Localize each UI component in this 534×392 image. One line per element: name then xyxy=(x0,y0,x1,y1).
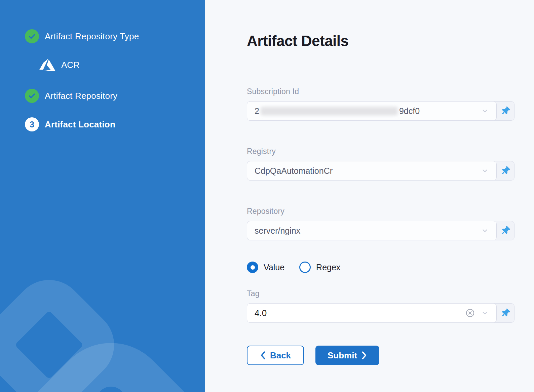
repository-value: server/nginx xyxy=(255,226,300,236)
artifact-wizard-window: Artifact Repository Type ACR Artifact Re… xyxy=(0,0,534,392)
back-button[interactable]: Back xyxy=(247,346,304,365)
pushpin-icon xyxy=(501,107,510,115)
repository-label: Repository xyxy=(247,207,514,216)
chevron-down-icon xyxy=(481,167,489,175)
radio-dot xyxy=(299,262,311,273)
registry-field-group: Registry CdpQaAutomationCr xyxy=(247,147,514,181)
circle-x-icon xyxy=(465,308,475,318)
step-label: Artifact Location xyxy=(45,119,115,130)
tag-pin-button[interactable] xyxy=(497,304,514,322)
registry-dropdown-toggle[interactable] xyxy=(481,167,489,175)
wizard-actions: Back Submit xyxy=(247,346,514,365)
radio-dot xyxy=(247,262,258,273)
check-icon xyxy=(28,92,36,100)
subscription-id-select[interactable]: 2 9dcf0 xyxy=(247,101,514,121)
registry-value: CdpQaAutomationCr xyxy=(255,166,333,176)
tag-field-group: Tag xyxy=(247,289,514,323)
azure-icon xyxy=(38,57,56,73)
repository-pin-button[interactable] xyxy=(497,221,514,240)
pushpin-icon xyxy=(501,226,510,235)
tag-input[interactable] xyxy=(255,308,465,318)
subscription-id-field-group: Subscription Id 2 9dcf0 xyxy=(247,87,514,121)
subscription-id-label: Subscription Id xyxy=(247,87,514,96)
radio-option-regex[interactable]: Regex xyxy=(299,262,340,273)
repository-field-group: Repository server/nginx xyxy=(247,207,514,240)
registry-pin-button[interactable] xyxy=(497,161,514,180)
step-complete-badge xyxy=(25,29,39,43)
registry-label: Registry xyxy=(247,147,514,156)
chevron-right-icon xyxy=(361,351,367,359)
subscription-dropdown-toggle[interactable] xyxy=(481,107,489,115)
subscription-id-value-prefix: 2 xyxy=(255,106,259,116)
selected-artifact-type: ACR xyxy=(38,57,205,73)
radio-label: Regex xyxy=(316,263,340,272)
sidebar-step-artifact-repository[interactable]: Artifact Repository xyxy=(25,89,205,103)
wizard-sidebar: Artifact Repository Type ACR Artifact Re… xyxy=(0,0,205,392)
pushpin-icon xyxy=(501,166,510,175)
step-label: Artifact Repository xyxy=(45,91,117,101)
submit-button-label: Submit xyxy=(328,350,357,361)
tag-clear-button[interactable] xyxy=(465,308,475,318)
submit-button[interactable]: Submit xyxy=(315,346,379,365)
back-button-label: Back xyxy=(270,350,291,361)
repository-value-area[interactable]: server/nginx xyxy=(247,221,497,240)
chevron-down-icon xyxy=(481,227,489,235)
tag-dropdown-toggle[interactable] xyxy=(481,309,489,317)
artifact-details-panel: Artifact Details Subscription Id 2 9dcf0 xyxy=(205,0,534,392)
artifact-details-form: Subscription Id 2 9dcf0 xyxy=(247,87,514,365)
chevron-down-icon xyxy=(481,309,489,317)
repository-select[interactable]: server/nginx xyxy=(247,221,514,240)
registry-value-area[interactable]: CdpQaAutomationCr xyxy=(247,161,497,181)
subscription-id-value-area[interactable]: 2 9dcf0 xyxy=(247,101,497,121)
tag-match-type-radios: Value Regex xyxy=(247,262,514,273)
selected-artifact-type-label: ACR xyxy=(61,60,80,70)
radio-label: Value xyxy=(264,263,284,272)
sidebar-step-artifact-location[interactable]: 3 Artifact Location xyxy=(25,117,205,131)
redacted-subscription-value xyxy=(261,107,398,115)
radio-option-value[interactable]: Value xyxy=(247,262,284,273)
subscription-pin-button[interactable] xyxy=(497,102,514,120)
registry-select[interactable]: CdpQaAutomationCr xyxy=(247,161,514,181)
chevron-left-icon xyxy=(260,351,266,359)
repository-dropdown-toggle[interactable] xyxy=(481,227,489,235)
step-label: Artifact Repository Type xyxy=(45,31,139,42)
subscription-id-value-suffix: 9dcf0 xyxy=(399,106,420,116)
pushpin-icon xyxy=(501,309,510,317)
tag-select[interactable] xyxy=(247,303,514,323)
tag-value-area[interactable] xyxy=(247,303,497,323)
sidebar-step-artifact-repository-type[interactable]: Artifact Repository Type xyxy=(25,29,205,43)
tag-label: Tag xyxy=(247,289,514,298)
chevron-down-icon xyxy=(481,107,489,115)
step-complete-badge xyxy=(25,89,39,103)
page-title: Artifact Details xyxy=(247,33,514,49)
check-icon xyxy=(28,32,36,40)
harness-logo-watermark xyxy=(0,247,205,392)
step-number-badge: 3 xyxy=(25,117,39,131)
